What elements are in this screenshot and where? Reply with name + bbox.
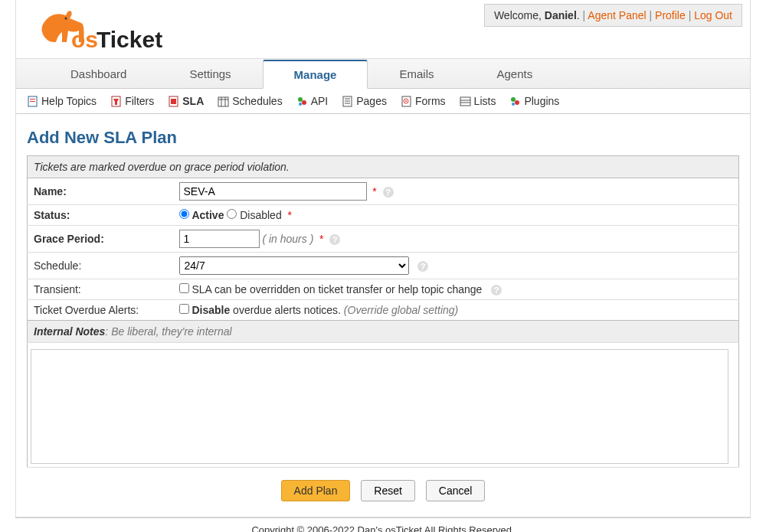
- instruction-text: Tickets are marked overdue on grace peri…: [28, 156, 739, 178]
- page-title: Add New SLA Plan: [27, 128, 739, 148]
- grace-row: Grace Period: ( in hours ) * ?: [28, 226, 739, 253]
- svg-point-0: [65, 18, 67, 20]
- schedule-select[interactable]: 24/7: [179, 256, 409, 275]
- user-name: Daniel: [545, 9, 577, 21]
- required-marker: *: [319, 233, 323, 245]
- status-active-radio[interactable]: [179, 209, 189, 219]
- nav-schedules[interactable]: Schedules: [218, 95, 282, 107]
- overdue-checkbox[interactable]: [179, 304, 189, 314]
- svg-rect-9: [218, 97, 228, 106]
- tab-dashboard[interactable]: Dashboard: [39, 60, 158, 89]
- overdue-row: Ticket Overdue Alerts: Disable overdue a…: [28, 300, 739, 321]
- sla-icon: [168, 96, 179, 107]
- status-label: Status:: [28, 205, 173, 226]
- reset-button[interactable]: Reset: [361, 480, 415, 501]
- document-icon: [27, 96, 38, 107]
- pages-icon: [342, 96, 353, 107]
- notes-label: Internal Notes: [34, 325, 105, 338]
- grace-hint: ( in hours ): [262, 233, 313, 245]
- notes-header-row: Internal Notes: Be liberal, they're inte…: [28, 321, 739, 343]
- plugins-icon: [509, 96, 521, 107]
- svg-text:Ticket: Ticket: [97, 27, 162, 52]
- sub-nav: Help Topics Filters SLA Schedules API Pa…: [16, 89, 750, 114]
- svg-rect-5: [30, 101, 35, 102]
- svg-rect-8: [171, 99, 176, 104]
- status-disabled-radio[interactable]: [227, 209, 237, 219]
- tab-manage[interactable]: Manage: [263, 60, 368, 89]
- api-icon: [296, 96, 308, 107]
- content-area: Add New SLA Plan Tickets are marked over…: [16, 114, 750, 517]
- help-icon[interactable]: ?: [383, 187, 394, 197]
- schedule-label: Schedule:: [28, 253, 173, 279]
- nav-sla[interactable]: SLA: [168, 95, 204, 107]
- overdue-option[interactable]: Disable overdue alerts notices. (Overrid…: [179, 304, 459, 316]
- nav-pages[interactable]: Pages: [342, 95, 387, 107]
- svg-point-14: [302, 100, 306, 105]
- help-icon[interactable]: ?: [491, 285, 502, 295]
- nav-plugins[interactable]: Plugins: [509, 95, 559, 107]
- welcome-text: Welcome,: [494, 9, 545, 21]
- svg-point-27: [515, 100, 519, 105]
- transient-label: Transient:: [28, 279, 173, 300]
- svg-point-15: [299, 103, 302, 106]
- status-row: Status: Active Disabled *: [28, 205, 739, 226]
- name-row: Name: * ?: [28, 178, 739, 205]
- tab-emails[interactable]: Emails: [368, 60, 465, 89]
- forms-icon: [401, 96, 412, 107]
- transient-checkbox[interactable]: [179, 283, 189, 293]
- name-label: Name:: [28, 178, 173, 205]
- sla-form-table: Tickets are marked overdue on grace peri…: [27, 155, 739, 468]
- transient-row: Transient: SLA can be overridden on tick…: [28, 279, 739, 300]
- status-disabled-option[interactable]: Disabled: [227, 209, 281, 221]
- nav-help-topics[interactable]: Help Topics: [27, 95, 97, 107]
- header-row: os Ticket Welcome, Daniel. | Agent Panel…: [16, 0, 750, 55]
- app-frame: os Ticket Welcome, Daniel. | Agent Panel…: [15, 0, 751, 517]
- status-active-option[interactable]: Active: [179, 209, 224, 221]
- help-icon[interactable]: ?: [417, 261, 428, 272]
- nav-lists[interactable]: Lists: [460, 95, 496, 107]
- required-marker: *: [287, 209, 291, 221]
- user-bar: Welcome, Daniel. | Agent Panel | Profile…: [484, 4, 742, 27]
- nav-filters[interactable]: Filters: [110, 95, 154, 107]
- tab-agents[interactable]: Agents: [465, 60, 564, 89]
- svg-point-22: [405, 100, 407, 102]
- logout-link[interactable]: Log Out: [694, 9, 732, 21]
- svg-rect-4: [30, 99, 35, 100]
- nav-api[interactable]: API: [296, 95, 329, 107]
- instruction-row: Tickets are marked overdue on grace peri…: [28, 156, 739, 178]
- button-row: Add Plan Reset Cancel: [27, 468, 739, 501]
- schedule-row: Schedule: 24/7 ?: [28, 253, 739, 279]
- filter-icon: [110, 96, 122, 107]
- svg-point-28: [512, 103, 515, 106]
- agent-panel-link[interactable]: Agent Panel: [588, 9, 646, 21]
- name-input[interactable]: [179, 182, 367, 201]
- schedule-icon: [218, 96, 229, 107]
- required-marker: *: [372, 185, 376, 197]
- footer-text: Copyright © 2006-2022 Dan's osTicket All…: [15, 517, 751, 532]
- grace-input[interactable]: [179, 230, 260, 248]
- nav-forms[interactable]: Forms: [401, 95, 446, 107]
- tab-settings[interactable]: Settings: [158, 60, 262, 89]
- cancel-button[interactable]: Cancel: [426, 480, 486, 501]
- notes-body-row: [28, 343, 739, 468]
- svg-text:os: os: [71, 27, 98, 52]
- main-tabs: Dashboard Settings Manage Emails Agents: [16, 58, 750, 89]
- profile-link[interactable]: Profile: [655, 9, 686, 21]
- transient-option[interactable]: SLA can be overridden on ticket transfer…: [179, 283, 483, 295]
- help-icon[interactable]: ?: [329, 234, 340, 245]
- add-plan-button[interactable]: Add Plan: [281, 480, 351, 501]
- grace-label: Grace Period:: [28, 226, 173, 253]
- internal-notes-textarea[interactable]: [31, 349, 728, 464]
- svg-point-26: [511, 97, 516, 102]
- svg-rect-23: [460, 97, 470, 106]
- lists-icon: [460, 96, 471, 107]
- logo: os Ticket: [24, 4, 177, 55]
- svg-point-13: [298, 97, 303, 102]
- overdue-label: Ticket Overdue Alerts:: [28, 300, 173, 321]
